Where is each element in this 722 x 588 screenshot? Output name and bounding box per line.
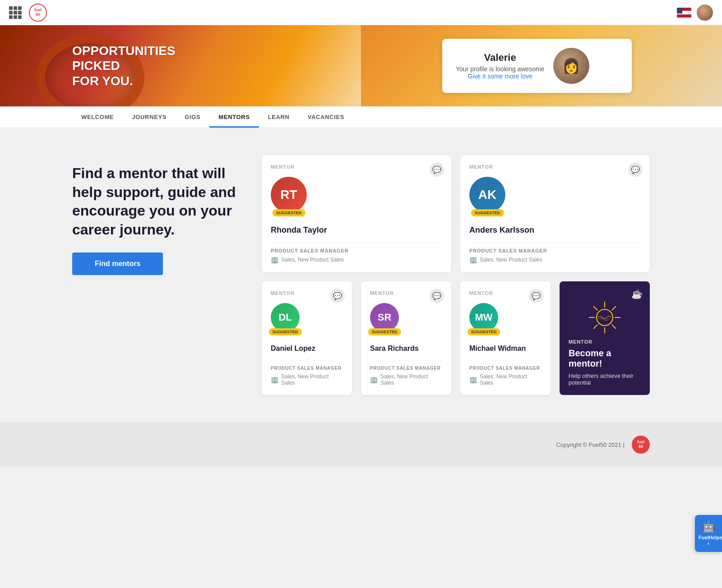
mentor-name: Michael Widman (469, 345, 542, 353)
mentor-avatar-wrap: MW SUGGESTED (469, 303, 498, 332)
mentor-avatar-wrap: RT SUGGESTED (271, 177, 307, 213)
mentor-role: PRODUCT SALES MANAGER (469, 360, 542, 371)
mentor-avatar: AK (469, 177, 505, 213)
svg-line-5 (593, 306, 597, 310)
language-flag-icon[interactable] (677, 8, 691, 18)
mentor-label: MENTOR (469, 164, 641, 170)
nav-welcome[interactable]: WELCOME (72, 106, 123, 128)
mentor-dept-text: Sales, New Product Sales (380, 373, 442, 386)
building-icon: 🏢 (370, 376, 378, 383)
nav-learn[interactable]: LEARN (259, 106, 299, 128)
mentor-dept-text: Sales, New Product Sales (480, 257, 542, 263)
mentor-chat-icon: 💬 (330, 289, 345, 303)
hero-banner: OPPORTUNITIES PICKED FOR YOU. Valerie Yo… (0, 25, 722, 106)
become-mentor-label: MENTOR (569, 339, 641, 345)
profile-subtitle: Your profile is looking awesome (456, 65, 544, 73)
mentor-dept-text: Sales, New Product Sales (281, 257, 344, 263)
content-grid: Find a mentor that will help support, gu… (72, 155, 650, 395)
mentor-role: PRODUCT SALES MANAGER (469, 242, 641, 253)
user-avatar-hero: 👩 (553, 48, 589, 84)
footer-logo: fuel50 (632, 436, 650, 454)
mentor-dept-text: Sales, New Product Sales (281, 373, 343, 386)
footer-copyright: Copyright © Fuel50 2021 | (556, 441, 625, 448)
profile-link[interactable]: Give it some more love (456, 73, 544, 80)
mentor-name: Anders Karlsson (469, 225, 641, 235)
header-right (677, 5, 713, 21)
mentor-chat-icon: 💬 (430, 162, 444, 177)
mentor-chat-icon: 💬 (529, 289, 543, 303)
mentor-dept: 🏢 Sales, New Product Sales (469, 256, 641, 263)
nav-vacancies[interactable]: VACANCIES (299, 106, 353, 128)
building-icon: 🏢 (469, 256, 477, 263)
page-footer: Copyright © Fuel50 2021 | fuel50 (0, 422, 722, 467)
find-mentors-button[interactable]: Find mentors (72, 253, 163, 275)
mentor-cards-section: MENTOR 💬 RT SUGGESTED Rhonda Taylor PROD… (262, 155, 650, 395)
mentor-card-michael[interactable]: MENTOR 💬 MW SUGGESTED Michael Widman PRO… (460, 281, 551, 395)
mentor-dept: 🏢 Sales, New Product Sales (370, 373, 442, 386)
mentor-card-daniel[interactable]: MENTOR 💬 DL SUGGESTED Daniel Lopez PRODU… (262, 281, 352, 395)
mentor-card-sara[interactable]: MENTOR 💬 SR SUGGESTED Sara Richards PROD… (361, 281, 451, 395)
app-header: fuel50 (0, 0, 722, 25)
suggested-badge: SUGGESTED (368, 328, 401, 335)
svg-line-8 (593, 325, 597, 329)
bottom-cards-row: MENTOR 💬 DL SUGGESTED Daniel Lopez PRODU… (262, 281, 650, 395)
mentor-avatar-wrap: AK SUGGESTED (469, 177, 505, 213)
become-mentor-title: Become a mentor! (569, 348, 641, 369)
sun-decoration (587, 299, 623, 335)
mentor-dept-text: Sales, New Product Sales (480, 373, 542, 386)
mentor-role: PRODUCT SALES MANAGER (271, 242, 442, 253)
mentor-dept: 🏢 Sales, New Product Sales (271, 373, 343, 386)
mentor-dept: 🏢 Sales, New Product Sales (271, 256, 442, 263)
svg-line-7 (612, 306, 616, 310)
header-left: fuel50 (9, 4, 47, 22)
top-cards-row: MENTOR 💬 RT SUGGESTED Rhonda Taylor PROD… (262, 155, 650, 272)
nav-gigs[interactable]: GIGS (176, 106, 209, 128)
mentor-chat-icon: 💬 (628, 162, 643, 177)
app-logo[interactable]: fuel50 (29, 4, 47, 22)
profile-card-text: Valerie Your profile is looking awesome … (456, 52, 544, 80)
suggested-badge: SUGGESTED (471, 209, 504, 216)
suggested-badge: SUGGESTED (269, 328, 302, 335)
mentor-avatar-wrap: DL SUGGESTED (271, 303, 300, 332)
hero-tagline: OPPORTUNITIES PICKED FOR YOU. (72, 43, 208, 89)
user-name: Valerie (456, 52, 544, 64)
grid-menu-icon[interactable] (9, 6, 22, 19)
building-icon: 🏢 (469, 376, 477, 383)
mentor-dept: 🏢 Sales, New Product Sales (469, 373, 542, 386)
intro-heading: Find a mentor that will help support, gu… (72, 164, 244, 239)
mentor-name: Sara Richards (370, 345, 442, 353)
become-mentor-subtitle: Help others achieve their potential (569, 372, 641, 386)
building-icon: 🏢 (271, 256, 278, 263)
mentor-card-anders[interactable]: MENTOR 💬 AK SUGGESTED Anders Karlsson PR… (460, 155, 650, 272)
mentor-avatar: RT (271, 177, 307, 213)
mentor-avatar: MW (469, 303, 498, 332)
coffee-icon: ☕ (631, 289, 643, 299)
nav-journeys[interactable]: JOURNEYS (123, 106, 176, 128)
profile-card: Valerie Your profile is looking awesome … (442, 39, 632, 93)
mentor-name: Rhonda Taylor (271, 225, 442, 235)
mentor-card-rhonda[interactable]: MENTOR 💬 RT SUGGESTED Rhonda Taylor PROD… (262, 155, 451, 272)
mentor-role: PRODUCT SALES MANAGER (370, 360, 442, 371)
mentor-role: PRODUCT SALES MANAGER (271, 360, 343, 371)
main-content: Find a mentor that will help support, gu… (0, 128, 722, 422)
mentor-avatar-wrap: SR SUGGESTED (370, 303, 399, 332)
building-icon: 🏢 (271, 376, 278, 383)
hero-line1: OPPORTUNITIES PICKED (72, 44, 176, 73)
mentor-label: MENTOR (271, 164, 442, 170)
become-mentor-card[interactable]: MENTOR ☕ (560, 281, 650, 395)
nav-mentors[interactable]: MENTORS (209, 106, 259, 128)
mentor-avatar: DL (271, 303, 300, 332)
user-avatar-header[interactable] (697, 5, 713, 21)
hero-line2: FOR YOU. (72, 74, 133, 88)
mentor-name: Daniel Lopez (271, 345, 343, 353)
svg-point-0 (597, 309, 613, 326)
mentor-avatar: SR (370, 303, 399, 332)
suggested-badge: SUGGESTED (467, 328, 500, 335)
suggested-badge: SUGGESTED (273, 209, 305, 216)
svg-line-6 (612, 325, 616, 329)
mentor-chat-icon: 💬 (430, 289, 444, 303)
intro-section: Find a mentor that will help support, gu… (72, 155, 244, 275)
main-nav: WELCOME JOURNEYS GIGS MENTORS LEARN VACA… (0, 106, 722, 128)
